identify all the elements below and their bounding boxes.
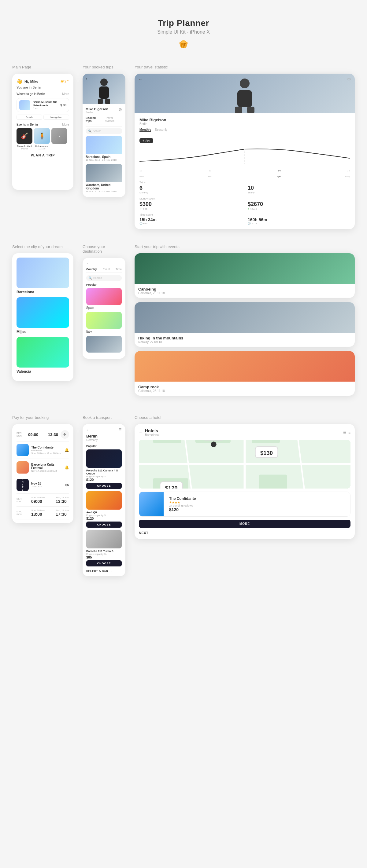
events-section-label: Start your trip with events	[135, 244, 355, 249]
menu-icon-transport[interactable]: ☰	[118, 428, 122, 432]
booked-person-name: Mike Bigelson	[86, 107, 108, 111]
stat-period-btn[interactable]: 4 trips	[139, 138, 153, 143]
app-subtitle: Simple UI Kit - iPhone X	[12, 29, 355, 35]
place-card: Berlin Museum für Naturkunde 6 km $ 30	[17, 98, 69, 112]
stat-trips-yearly: - 10 Yearly	[248, 181, 350, 194]
event-card-1: Canoeing California, 25.11.18	[135, 253, 355, 298]
flight-item-3: MNC BCN Sun, 18 Nov 13:00 Sun, 18 Nov 17…	[17, 506, 69, 519]
choose-btn-2[interactable]: CHOOSE	[86, 522, 122, 528]
time-yearly-val: 160h 56m	[248, 217, 350, 222]
event-booking-info-2: Barcelona Knits Festival Nov 17, 2018 10…	[31, 463, 62, 472]
hotel-card: ← Hotels Barcelona ☰ ≡	[135, 424, 355, 539]
back-arrow-hotel[interactable]: ←	[139, 431, 143, 435]
booked-tab-stat[interactable]: Travel statistic	[105, 116, 122, 124]
event-name-1: Music festival	[17, 145, 32, 148]
trip-dest-1: Barcelona, Spain	[86, 155, 122, 159]
stat-time-yearly: - 160h 56m 🕐 2018	[248, 213, 350, 225]
stat-trips: Trips 6 Monthly	[139, 181, 242, 194]
filter-icon-hotel[interactable]: ☰	[343, 431, 346, 435]
more-btn[interactable]: MORE	[139, 520, 350, 528]
bell-icon-1: 🔔	[64, 448, 69, 452]
back-arrow-stat[interactable]: ←	[138, 77, 143, 82]
money-yearly-val: $2670	[248, 201, 350, 208]
choose-btn-1[interactable]: CHOOSE	[86, 483, 122, 489]
car-price-3: $85	[86, 555, 122, 559]
flight-to-3: BCN	[17, 513, 29, 516]
app-title: Trip Planner	[12, 18, 355, 28]
dest-item-spain: Spain	[86, 288, 122, 310]
car-name-3: Porsche 911 Turbo S	[86, 550, 122, 553]
dest-item-italy: Italy	[86, 312, 122, 333]
stat-money-yearly: - $2670 ↑ ↑ 2018	[248, 197, 350, 210]
city-dream-section: Select the city of your dream Barcelona …	[12, 244, 74, 381]
event-content-2: Hiking in the mountains Norway, 27.09.18	[135, 333, 355, 347]
next-btn[interactable]: NEXT →	[139, 531, 350, 535]
event-content-3: Camp rock California, 25.11.18	[135, 381, 355, 396]
sort-icon-hotel[interactable]: ≡	[348, 431, 350, 435]
greeting-row: 👋 Hi, Mike ☀️ 27°	[17, 79, 69, 84]
time-yearly-sub: 🕐 2018	[248, 222, 350, 225]
booked-tab-trips[interactable]: Booked trips	[86, 116, 102, 124]
event-booking-name-1: The Confidante	[31, 446, 62, 449]
event-name-2: Holdermarkt	[35, 145, 49, 148]
row3: Pay for your booking BER BCN 09:00 13:30	[12, 415, 355, 576]
stat-name: Mike Bigelson	[139, 118, 350, 122]
navigation-btn[interactable]: Navigation	[44, 115, 69, 120]
svg-text:$130: $130	[260, 450, 273, 456]
flight-depart-2: 09:00	[31, 499, 45, 504]
city-item-1: Barcelona	[17, 257, 69, 294]
dest-tab-event[interactable]: Event	[103, 268, 110, 271]
event-booking-city-1: Barcelona	[31, 449, 62, 452]
dest-label: Choose your destination	[83, 244, 125, 254]
stat-card: ← ⚙ Mike Bigelson Berlin Monthly Seasonl…	[135, 74, 355, 229]
header-section: Trip Planner Simple UI Kit - iPhone X	[12, 12, 355, 50]
dest-tabs: Country Event Time	[86, 268, 122, 273]
plan-trip-btn[interactable]: PLAN A TRIP	[17, 153, 69, 157]
hotel-item-price: $120	[169, 507, 348, 512]
trips-yearly-sub: Yearly	[248, 191, 350, 194]
details-btn[interactable]: Details	[17, 115, 42, 120]
events-section: Start your trip with events Canoeing Cal…	[135, 244, 355, 400]
where-go-more[interactable]: More	[62, 92, 69, 96]
dest-thumb-italy	[86, 312, 122, 329]
transport-country: Germany	[86, 438, 122, 441]
gear-icon[interactable]: ⚙	[118, 107, 122, 112]
back-arrow-transport[interactable]: ←	[86, 428, 91, 432]
gear-icon-stat[interactable]: ⚙	[347, 77, 351, 82]
event-booking-1: The Confidante Barcelona Sun, 18 Nov - M…	[17, 441, 69, 459]
svg-rect-6	[99, 87, 109, 99]
hotel-map: $120 $130 $120	[139, 440, 350, 489]
select-car-link[interactable]: SELECT A CAR →	[86, 569, 122, 572]
svg-point-5	[100, 79, 108, 86]
flight-date-3: Sun, 18 Nov	[31, 509, 45, 512]
booked-tabs: Booked trips Travel statistic	[86, 116, 122, 126]
stat-content: Mike Bigelson Berlin Monthly Seasonly 4 …	[135, 113, 355, 229]
travel-stat-section: Your travel statistic ← ⚙ Mike Bigelson …	[135, 65, 355, 229]
back-arrow-booked[interactable]: ←	[85, 76, 90, 82]
stat-hero: ← ⚙	[135, 74, 355, 113]
dest-tab-country[interactable]: Country	[86, 268, 97, 271]
back-arrow-dest[interactable]: ←	[86, 261, 122, 266]
transport-header: Berlin Germany	[86, 434, 122, 441]
svg-point-9	[240, 79, 250, 88]
city-thumb-mijas	[17, 297, 69, 328]
svg-rect-7	[98, 99, 103, 104]
row1: Main Page 👋 Hi, Mike ☀️ 27° You are in B…	[12, 65, 355, 229]
dest-tab-time[interactable]: Time	[116, 268, 122, 271]
car-sub-2: Engine capacity 3L	[86, 514, 122, 517]
stat-tab-monthly[interactable]: Monthly	[139, 128, 151, 132]
svg-rect-8	[105, 99, 110, 104]
choose-btn-3[interactable]: CHOOSE	[86, 560, 122, 566]
money-monthly-sub: ↑ ↑ Feb	[139, 208, 242, 210]
booked-trips-label: Your booked trips	[83, 65, 125, 69]
city-item-2: Mijas	[17, 297, 69, 334]
pay-section: Pay for your booking BER BCN 09:00 13:30	[12, 415, 74, 523]
stat-tab-seasonly[interactable]: Seasonly	[155, 128, 167, 132]
row2: Select the city of your dream Barcelona …	[12, 244, 355, 400]
flight-arrive-3: 17:30	[56, 512, 69, 517]
city-dream-label: Select the city of your dream	[12, 244, 74, 249]
events-more[interactable]: More	[62, 123, 69, 126]
dest-search[interactable]: 🔍 Search	[86, 275, 122, 281]
event-img-canoeing	[135, 253, 355, 284]
search-bar-mini[interactable]: 🔍 Search	[86, 128, 122, 134]
